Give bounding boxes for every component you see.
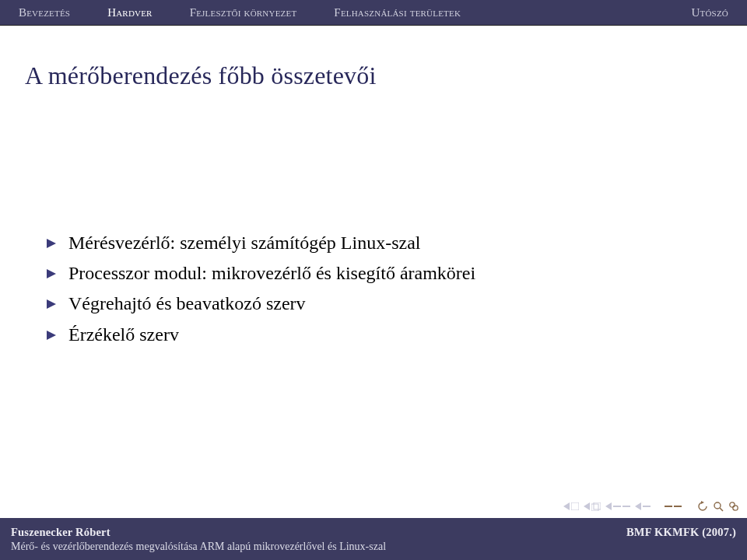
section-navbar: Bevezetés Hardver Fejlesztői környezet F… [0,0,747,26]
nav-item-bevezetes[interactable]: Bevezetés [0,6,89,19]
svg-marker-2 [47,299,56,309]
svg-rect-5 [571,502,579,510]
svg-marker-12 [635,502,641,510]
list-item: Processzor modul: mikrovezérlő és kisegí… [47,259,700,288]
list-item-text: Érzékelő szerv [68,320,179,349]
nav-prev-section[interactable] [605,502,630,510]
svg-marker-3 [47,331,56,340]
list-item-text: Végrehajtó és beavatkozó szerv [68,289,306,318]
bullet-icon [47,267,56,284]
svg-marker-0 [47,239,56,248]
nav-item-hardver[interactable]: Hardver [89,6,170,19]
nav-back-icon[interactable] [697,501,708,512]
nav-prev-slide[interactable] [563,502,579,510]
svg-rect-7 [591,504,598,511]
svg-marker-9 [605,502,612,510]
list-item: Mérésvezérlő: személyi számítógép Linux-… [47,229,700,257]
slide-body: Mérésvezérlő: személyi számítógép Linux-… [0,96,747,518]
svg-rect-15 [674,506,682,507]
list-item: Érzékelő szerv [47,320,700,349]
nav-next-slide[interactable] [584,502,601,511]
nav-toc[interactable] [665,506,682,507]
svg-point-17 [714,502,721,509]
svg-marker-6 [584,502,590,510]
footer-affiliation: BMF KKMFK (2007.) [626,526,736,539]
list-item-text: Processzor modul: mikrovezérlő és kisegí… [68,259,475,288]
nav-controls [563,498,739,515]
nav-next-section[interactable] [635,502,651,510]
footer: Fuszenecker Róbert BMF KKMFK (2007.) Mér… [0,518,747,560]
svg-rect-13 [643,506,651,507]
nav-zoom-icon[interactable] [728,501,739,512]
bullet-icon [47,297,56,314]
svg-marker-16 [701,501,704,504]
list-item: Végrehajtó és beavatkozó szerv [47,289,700,318]
footer-author: Fuszenecker Róbert [11,526,110,539]
nav-item-utoszo[interactable]: Utószó [673,6,747,19]
footer-subtitle: Mérő- és vezérlőberendezés megvalósítása… [11,541,736,553]
page-title: A mérőberendezés főbb összetevői [25,61,722,90]
svg-rect-11 [622,506,630,507]
nav-item-felhasznalasi-teruletek[interactable]: Felhasználási területek [315,6,479,19]
svg-rect-10 [613,506,621,507]
svg-marker-1 [47,269,56,278]
title-block: A mérőberendezés főbb összetevői [0,26,747,96]
svg-marker-4 [563,502,570,510]
svg-point-19 [730,502,735,507]
nav-search-icon[interactable] [713,501,724,512]
bullet-icon [47,328,56,345]
svg-rect-8 [594,502,601,509]
svg-line-18 [720,508,723,511]
nav-item-fejlesztoi-kornyezet[interactable]: Fejlesztői környezet [171,6,316,19]
bullet-icon [47,236,56,254]
svg-point-20 [733,506,738,510]
list-item-text: Mérésvezérlő: személyi számítógép Linux-… [68,229,421,257]
svg-rect-14 [665,506,672,507]
